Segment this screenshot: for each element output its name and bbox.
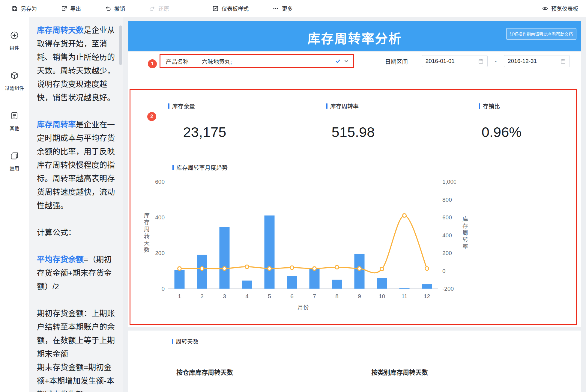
product-filter-label: 产品名称 [166, 57, 189, 65]
export-icon [61, 5, 67, 12]
doc-paragraph-definitions: 期初存货金额：上期账户结转至本期账户的余额，在数额上等于上期期末金额期末存货金额… [37, 307, 115, 392]
accent-tick [172, 165, 174, 170]
svg-text:8: 8 [335, 293, 339, 299]
doc-paragraph-turnover-rate: 库存周转率是企业在一定时期成本与平均存货余额的比率，用于反映库存周转快慢程度的指… [37, 118, 115, 212]
accent-tick [326, 103, 327, 109]
kpi-label: 存销比 [483, 102, 500, 110]
svg-text:9: 9 [358, 293, 361, 299]
filter-row: 1 产品名称 六味地黄丸; 日期区间 2016-01-01 - [128, 54, 581, 68]
dashboard-style-label: 仪表板样式 [222, 4, 249, 12]
svg-text:5: 5 [268, 293, 271, 299]
svg-text:2: 2 [200, 293, 204, 299]
preview-dashboard-button[interactable]: 预览仪表板 [542, 4, 578, 12]
svg-text:3: 3 [223, 293, 226, 299]
component-rail: 组件 过滤组件 其他 复用 [0, 17, 29, 392]
svg-text:12: 12 [424, 293, 430, 299]
dashboard: 库存周转率分析 详细操作指南请戳此查看帮助文档 1 产品名称 六味地黄丸; [128, 21, 581, 392]
svg-text:1: 1 [178, 293, 181, 299]
svg-text:7: 7 [313, 293, 316, 299]
date-start-input[interactable]: 2016-01-01 [422, 55, 488, 67]
product-filter-value[interactable]: 六味地黄丸; [202, 57, 232, 65]
accent-tick [168, 103, 169, 109]
kpi-turnover-rate: 库存周转率 515.98 [279, 102, 427, 140]
right-axis-name: 库存周转率 [456, 216, 469, 251]
more-button[interactable]: 更多 [273, 4, 293, 12]
document-icon [10, 111, 19, 120]
rail-item-reuse[interactable]: 复用 [10, 151, 19, 172]
dashboard-style-button[interactable]: 仪表板样式 [212, 4, 249, 12]
svg-text:400: 400 [155, 214, 165, 221]
chevron-down-icon[interactable] [343, 58, 349, 64]
doc-paragraph-formula-heading: 计算公式： [37, 226, 115, 239]
svg-text:0: 0 [161, 286, 165, 292]
export-label: 导出 [70, 4, 81, 12]
undo-button[interactable]: 撤销 [105, 4, 125, 12]
undo-label: 撤销 [114, 4, 125, 12]
rail-item-label: 组件 [10, 44, 19, 51]
copy-icon [10, 151, 19, 160]
rail-item-filter-components[interactable]: 过滤组件 [5, 71, 24, 91]
annotation-badge-2: 2 [147, 112, 156, 121]
trend-chart-section: 库存周转率月度趋势 库存周转天数 0200400600-200020040060… [130, 156, 576, 324]
undo-icon [105, 5, 111, 12]
product-filter-annotation-box: 1 产品名称 六味地黄丸; [160, 54, 354, 68]
date-separator: - [495, 58, 497, 64]
date-range-filter: 日期区间 2016-01-01 - 2016-12-31 [385, 55, 570, 67]
dashboard-banner: 库存周转率分析 详细操作指南请戳此查看帮助文档 [128, 21, 581, 51]
category-turnover-title: 按类别库存周转天数 [371, 367, 428, 376]
doc-text: 是企业从取得存货开始，至消耗、销售为止所经历的天数。周转天数越少，说明存货变现速… [37, 26, 115, 102]
calendar-icon [478, 58, 484, 64]
kpi-value: 0.96% [427, 124, 576, 140]
doc-text: 期末存货金额=期初金额+本期增加发生额-本期减少发生额 [37, 363, 114, 392]
turnover-days-subcharts: 按仓库库存周转天数 按类别库存周转天数 [128, 367, 581, 376]
dashboard-canvas: 库存周转率分析 详细操作指南请戳此查看帮助文档 1 产品名称 六味地黄丸; [123, 17, 586, 392]
doc-paragraph-average-balance: 平均存货余额=（期初存货金额+期末存货金额）/2 [37, 253, 115, 293]
svg-text:月份: 月份 [297, 304, 309, 311]
date-range-label: 日期区间 [385, 57, 408, 65]
left-axis-name: 库存周转天数 [138, 212, 150, 254]
check-icon [335, 58, 341, 64]
term-turnover-days: 库存周转天数 [37, 26, 84, 35]
annotation-badge-1: 1 [148, 59, 157, 68]
date-start-value: 2016-01-01 [426, 58, 455, 64]
redo-label: 还原 [158, 4, 169, 12]
kpi-stock-sales-ratio: 存销比 0.96% [427, 102, 576, 140]
trend-chart-title: 库存周转率月度趋势 [176, 163, 228, 171]
more-icon [273, 5, 279, 12]
cube-icon [10, 71, 19, 80]
kpi-value: 23,175 [130, 124, 279, 140]
plus-circle-icon [10, 31, 19, 40]
kpi-inventory-balance: 库存余量 23,175 [130, 102, 279, 140]
svg-text:0: 0 [442, 268, 446, 274]
turnover-days-title: 周转天数 [176, 337, 199, 345]
rail-item-components[interactable]: 组件 [10, 31, 19, 51]
rail-item-other[interactable]: 其他 [10, 111, 19, 132]
redo-icon [149, 5, 155, 12]
svg-text:600: 600 [442, 214, 452, 221]
date-end-value: 2016-12-31 [508, 58, 537, 64]
dashboard-main-card: 1 产品名称 六味地黄丸; 日期区间 2016-01-01 - [128, 52, 581, 327]
redo-button: 还原 [149, 4, 169, 12]
svg-text:800: 800 [442, 197, 452, 203]
help-doc-button[interactable]: 详细操作指南请戳此查看帮助文档 [506, 28, 576, 40]
kpi-value: 515.98 [279, 124, 427, 140]
export-button[interactable]: 导出 [61, 4, 81, 12]
trend-combo-chart[interactable]: 0200400600-20002004006008001,00012345678… [150, 173, 456, 317]
dashboard-title: 库存周转率分析 [307, 28, 402, 47]
preview-eye-icon [542, 5, 548, 12]
date-end-input[interactable]: 2016-12-31 [504, 55, 570, 67]
accent-tick [479, 103, 480, 109]
doc-panel-scrollbar[interactable] [119, 25, 122, 65]
svg-text:10: 10 [379, 293, 385, 299]
svg-text:1,000: 1,000 [442, 179, 456, 185]
term-average-balance: 平均存货余额 [37, 255, 84, 264]
svg-text:4: 4 [245, 293, 249, 299]
turnover-days-card: 周转天数 按仓库库存周转天数 按类别库存周转天数 [128, 331, 581, 392]
rail-item-label: 复用 [10, 165, 19, 172]
rail-item-label: 过滤组件 [5, 84, 24, 91]
doc-text: 期初存货金额：上期账户结转至本期账户的余额，在数额上等于上期期末金额 [37, 309, 115, 358]
warehouse-turnover-title: 按仓库库存周转天数 [176, 367, 371, 376]
help-text-panel: 库存周转天数是企业从取得存货开始，至消耗、销售为止所经历的天数。周转天数越少，说… [29, 17, 123, 392]
svg-text:200: 200 [442, 250, 452, 256]
save-as-button[interactable]: 另存为 [11, 4, 37, 12]
